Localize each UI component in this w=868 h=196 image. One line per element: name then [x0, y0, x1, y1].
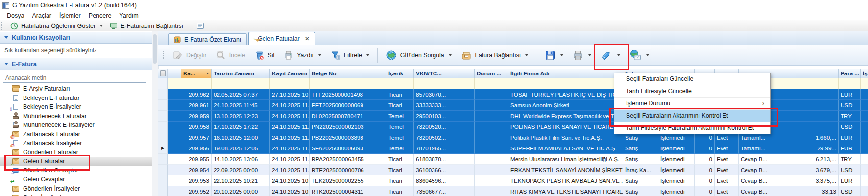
yazdir-button[interactable]: Yazdır: [279, 48, 326, 63]
sidebar-item-content: →Gönderilen Faturalar: [12, 149, 78, 156]
sidebar-scrollbar[interactable]: [152, 31, 159, 196]
column-header-icerik[interactable]: İçerik: [386, 69, 414, 78]
tab-strip: E-Fatura Özet Ekranı←Gelen Faturalar✕: [158, 31, 868, 46]
table-row[interactable]: 209.95422.09.2025 00:0024.10.2025 11...R…: [158, 165, 868, 175]
column-header-kayit[interactable]: Kayıt Zamanı: [270, 69, 310, 78]
menubar-item-araclar[interactable]: Araçlar: [28, 12, 55, 20]
grid-corner-cell[interactable]: [158, 69, 168, 78]
filter-cell-belge[interactable]: [310, 78, 386, 89]
sidebar-item-e-arsiv-faturalari[interactable]: E-Arşiv Faturaları: [0, 84, 152, 94]
column-header-no[interactable]: Ka...: [181, 69, 212, 78]
icerik-cell: Ticari: [386, 175, 414, 186]
sidebar-item-gonderilen-cevaplar[interactable]: →Gönderilen Cevaplar: [0, 166, 152, 175]
filter-cell-islem[interactable]: [861, 78, 868, 89]
tanzim-cell: 19.08.2025 12:05: [212, 143, 270, 154]
menu-item-label: Tarih Filtresiyle Faturaların Aktarımını…: [626, 124, 754, 131]
search-input[interactable]: [3, 73, 146, 83]
sil-button[interactable]: Sil: [250, 48, 279, 63]
sidebar-item-gelen-i-rsaliyeler[interactable]: ←Gelen İrsaliyeler: [0, 193, 152, 196]
menubar-item-dosya[interactable]: Dosya: [3, 12, 28, 20]
sidebar-item-muhurlenecek-e-i-rsaliyeler[interactable]: Mühürlenecek E-İrsaliyeler: [0, 121, 152, 130]
column-header-para[interactable]: Para ...: [839, 69, 861, 78]
column-header-firma[interactable]: İlgili Firma Adı: [508, 69, 623, 78]
filter-cell-rowicon[interactable]: [168, 78, 181, 89]
filter-cell-vkn[interactable]: [414, 78, 475, 89]
report-button[interactable]: [193, 21, 208, 30]
table-row[interactable]: 209.95322.10.2025 10:2124.10.2025 10...T…: [158, 175, 868, 186]
belge-cell: PN22025000002103: [310, 122, 386, 132]
menu-item-i-slenme-durumu[interactable]: İşlenme Durumu›: [614, 98, 770, 110]
efaturacim-label: E-Faturacım Bağlantısı: [121, 23, 183, 29]
islenme-cell: İşlenmedi: [658, 143, 695, 154]
filter-cell-tanzim[interactable]: [212, 78, 270, 89]
table-row[interactable]: 209.95514.10.2025 13:0624.10.2025 11...R…: [158, 154, 868, 165]
sidebar-item-zarflanacak-i-rsaliyeler[interactable]: @Zarflanacak İrsaliyeler: [0, 139, 152, 148]
column-header-vkn[interactable]: VKN/TC...: [414, 69, 475, 78]
column-header-tanzim[interactable]: Tanzim Zamanı: [212, 69, 270, 78]
efaturacim-button[interactable]: E-Faturacım Bağlantısı: [106, 21, 187, 31]
sidebar-item-label: Bekleyen E-Faturalar: [23, 95, 80, 101]
menu-item-secili-faturalarin-aktarimini-kontrol-et[interactable]: Seçili Faturaların Aktarımını Kontrol Et: [614, 110, 770, 122]
sidebar-section-efatura[interactable]: E-Fatura: [0, 58, 152, 70]
menubar-item-i-slemler[interactable]: İşlemler: [55, 12, 85, 20]
tutar-cell: 33,13: [777, 186, 839, 196]
column-header-tutar[interactable]: [777, 69, 839, 78]
tab-gelen-faturalar[interactable]: ←Gelen Faturalar✕: [248, 32, 315, 45]
vkn-cell: 61803870...: [414, 154, 475, 165]
sidebar-item-gonderilen-faturalar[interactable]: →Gönderilen Faturalar: [0, 148, 152, 157]
column-header-durum[interactable]: Durum ...: [475, 69, 508, 78]
tag-button[interactable]: [596, 47, 625, 64]
menu-item-label: Tarih Filtresiyle Güncelle: [626, 88, 692, 95]
menu-item-tarih-filtresiyle-guncelle[interactable]: Tarih Filtresiyle Güncelle: [614, 85, 770, 98]
i-ncele-button[interactable]: İncele: [211, 48, 250, 63]
menubar-item-pencere[interactable]: Pencere: [85, 12, 116, 20]
archive-invoice-icon: [12, 86, 19, 92]
sidebar-item-zarflanacak-faturalar[interactable]: @Zarflanacak Faturalar: [0, 130, 152, 139]
send-mail-button[interactable]: [625, 47, 653, 64]
fatura-cell: İhraç Ka...: [623, 165, 658, 175]
sidebar-item-gonderilen-i-rsaliyeler[interactable]: →Gönderilen İrsaliyeler: [0, 184, 152, 194]
durum-cell: [475, 154, 508, 165]
sidebar-item-gelen-faturalar[interactable]: ←Gelen Faturalar: [0, 157, 152, 166]
filter-cell-para[interactable]: [839, 78, 861, 89]
filter-cell-tutar[interactable]: [777, 78, 839, 89]
reminder-button[interactable]: Hatırlatma Öğelerini Göster: [7, 21, 106, 31]
sidebar-section-user-shortcuts[interactable]: Kullanıcı Kısayolları: [0, 31, 152, 44]
filter-cell-no[interactable]: [181, 78, 212, 89]
filter-cell-kayit[interactable]: [270, 78, 310, 89]
sidebar-item-bekleyen-e-i-rsaliyeler[interactable]: iBekleyen E-İrsaliyeler: [0, 102, 152, 112]
sidebar-item-label: Gönderilen Cevaplar: [23, 167, 78, 174]
close-icon[interactable]: ✕: [305, 36, 310, 42]
section-label: E-Fatura: [12, 61, 37, 68]
toolbar-separator: [377, 48, 378, 63]
menu-item-secili-faturalari-guncelle[interactable]: Seçili Faturaları Güncelle: [614, 73, 770, 85]
durum-cell: [475, 175, 508, 186]
save-button[interactable]: [540, 47, 568, 64]
sidebar-item-label: Zarflanacak Faturalar: [23, 131, 80, 138]
menu-item-tarih-filtresiyle-faturalarin-aktarimini-kontrol-et[interactable]: Tarih Filtresiyle Faturaların Aktarımını…: [614, 122, 770, 134]
column-header-belge[interactable]: Belge No: [310, 69, 386, 78]
top-toolbar: Hatırlatma Öğelerini Göster E-Faturacım …: [0, 20, 868, 32]
printer-button[interactable]: [568, 47, 596, 64]
firma-cell: Mersin Uluslararası Liman İşletmeciliği …: [508, 154, 623, 165]
islem-cell: [861, 175, 868, 186]
scrollbar-thumb[interactable]: [153, 34, 157, 64]
para-cell: TRY: [839, 154, 861, 165]
row-indicator: [158, 154, 168, 165]
tab-e-fatura-ozet-ekrani[interactable]: E-Fatura Özet Ekranı: [168, 33, 247, 45]
gi-b-den-sorgula-button[interactable]: GİB'den Sorgula: [381, 47, 456, 64]
table-row[interactable]: ▶209.95619.08.2025 12:0524.10.2025 11...…: [158, 143, 868, 154]
column-header-islem[interactable]: İşlem Gr...: [861, 69, 868, 78]
sidebar-item-bekleyen-e-faturalar[interactable]: Bekleyen E-Faturalar: [0, 94, 152, 103]
table-row[interactable]: 209.95220.10.2025 00:0024.10.2025 10...R…: [158, 186, 868, 196]
degistir-button[interactable]: Değiştir: [168, 48, 211, 63]
menubar-item-yardim[interactable]: Yardım: [115, 12, 142, 20]
filter-cell-firma[interactable]: [508, 78, 623, 89]
sidebar-item-muhurlenecek-faturalar[interactable]: Mühürlenecek Faturalar: [0, 112, 152, 121]
sidebar-item-gelen-cevaplar[interactable]: ↩Gelen Cevaplar: [0, 175, 152, 184]
filtrele-button[interactable]: Filtrele: [326, 48, 374, 63]
column-header-rowicon[interactable]: [168, 69, 181, 78]
filter-cell-icerik[interactable]: [386, 78, 414, 89]
fatura-baglantisi-button[interactable]: Fatura Bağlantısı: [456, 48, 533, 63]
filter-cell-durum[interactable]: [475, 78, 508, 89]
